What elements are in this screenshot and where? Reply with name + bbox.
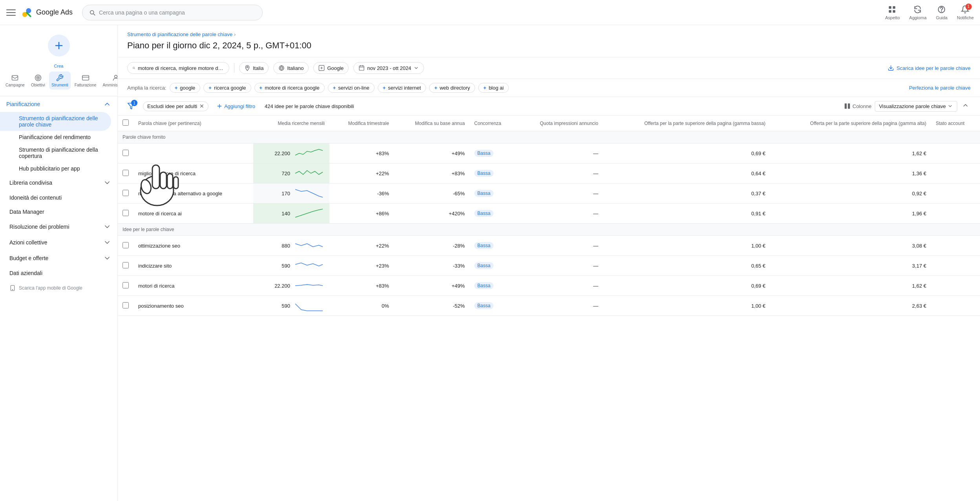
table-row: migliore motore di ricerca 720 +22% +83% [118,163,980,184]
row-checkbox[interactable] [122,262,129,268]
sidebar-pianificazione-header[interactable]: Pianificazione [0,96,117,112]
logo: Google Ads [20,6,73,19]
sidebar-dati-aziendali[interactable]: Dati aziendali [0,266,117,280]
campaign-icon [11,74,19,82]
mod-trim-cell: -36% [329,184,394,204]
row-checkbox[interactable] [122,282,129,288]
volume-cell: 170 [253,184,329,204]
sidebar-idoneita-contenuti[interactable]: Idoneità dei contenuti [0,191,117,205]
view-select[interactable]: Visualizzazione parole chiave [875,101,957,112]
exclude-chip-label: Escludi idee per adulti [147,103,197,109]
language-text: Italiano [287,65,304,71]
offerta-alta-cell: 0,92 € [770,184,931,204]
location-filter[interactable]: Italia [239,62,269,74]
quota-cell: — [516,184,603,204]
row-checkbox[interactable] [122,302,129,308]
suggestion-chip-web-directory[interactable]: + web directory [429,83,475,93]
sidebar-budget-offerte[interactable]: Budget e offerte [0,250,117,266]
concorrenza-cell: Bassa [470,276,516,296]
row-checkbox[interactable] [122,170,129,176]
sidebar-data-manager[interactable]: Data Manager [0,205,117,219]
keyword-cell: migliore motore di ricerca [133,163,253,184]
sidebar-item-pianificazione-rendimento[interactable]: Pianificazione del rendimento [0,131,117,143]
target-icon [34,74,42,82]
concorrenza-cell: Bassa [470,204,516,224]
refine-link[interactable]: Perfeziona le parole chiave [909,85,971,91]
language-filter[interactable]: Italiano [273,62,309,74]
trend-chart [293,280,325,292]
mod-trim-cell: +83% [329,143,394,163]
col-offerta-bassa: Offerta per la parte superiore della pag… [603,116,770,131]
suggestion-chip-google[interactable]: + google [170,83,201,93]
filter-icon-button[interactable]: 1 [127,102,135,110]
row-checkbox[interactable] [122,210,129,216]
offerta-alta-cell: 1,62 € [770,143,931,163]
nav-amministratore-label: Amministratore [102,83,118,87]
nav-campagne[interactable]: Campagne [3,72,27,90]
notifiche-button[interactable]: 1 Notifiche [957,5,974,20]
suggestion-chip-servizi-on-line[interactable]: + servizi on-line [328,83,375,93]
stato-cell [931,256,980,276]
nav-amministratore[interactable]: Amministratore [100,72,118,90]
table-row: indicizzare sito 590 +23% -33% Bassa [118,256,980,276]
suggestion-chip-blog-ai[interactable]: + blog ai [478,83,509,93]
sidebar-item-strumento-copertura[interactable]: Strumento di pianificazione della copert… [0,143,117,162]
row-checkbox[interactable] [122,150,129,156]
offerta-alta-cell: 2,63 € [770,296,931,316]
aggiorna-label: Aggiorna [909,15,927,20]
sidebar-azioni-collettive[interactable]: Azioni collettive [0,235,117,250]
collapse-button[interactable] [960,100,971,112]
suggestion-chip-servizi-internet[interactable]: + servizi internet [378,83,426,93]
main-content: Strumento di pianificazione delle parole… [118,25,980,501]
sidebar-risoluzione-problemi[interactable]: Risoluzione dei problemi [0,219,117,235]
logo-text: Google Ads [36,8,73,17]
section-header-label: Parole chiave fornito [118,131,980,143]
trend-chart [293,207,325,219]
row-checkbox[interactable] [122,242,129,248]
aggiorna-button[interactable]: Aggiorna [909,5,927,20]
nav-fatturazione[interactable]: Fatturazione [72,72,99,90]
crea-button[interactable] [48,35,70,57]
bell-icon: 1 [961,5,970,15]
columns-button[interactable]: Colonne [844,103,871,110]
page-title: Piano per il giorno dic 2, 2024, 5 p., G… [118,37,980,57]
sidebar-item-hub-pubblicitario[interactable]: Hub pubblicitario per app [0,162,117,175]
sidebar-item-label: Libreria condivisa [9,180,52,186]
columns-icon [844,103,851,110]
suggestion-chip-motore-ricerca-google[interactable]: + motore di ricerca google [254,83,325,93]
nav-strumenti[interactable]: Strumenti [49,72,71,90]
svg-rect-4 [889,10,891,12]
sidebar-libreria-condivisa[interactable]: Libreria condivisa [0,175,117,191]
stato-cell [931,163,980,184]
suggestion-chip-web-directory-label: web directory [440,85,470,91]
concorrenza-cell: Bassa [470,143,516,163]
sidebar-item-strumento-parole-chiave[interactable]: Strumento di pianificazione delle parole… [0,112,111,131]
row-checkbox[interactable] [122,190,129,196]
add-filter-button[interactable]: Aggiungi filtro [213,101,258,111]
hamburger-menu[interactable] [6,8,16,17]
aspetto-button[interactable]: Aspetto [885,5,900,20]
mobile-icon [9,285,16,291]
guida-button[interactable]: Guida [936,5,947,20]
keywords-filter-chip[interactable]: motore di ricerca, migliore motore di ri… [127,62,229,74]
suggestion-chip-ricerca-google[interactable]: + ricerca google [203,83,251,93]
date-range-filter[interactable]: nov 2023 - ott 2024 [353,62,424,74]
mod-trim-cell: 0% [329,296,394,316]
chevron-down-icon [103,179,111,187]
quota-cell: — [516,296,603,316]
select-all-checkbox[interactable] [122,119,129,126]
breadcrumb-link[interactable]: Strumento di pianificazione delle parole… [127,31,232,37]
suggestion-chip-servizi-internet-label: servizi internet [388,85,421,91]
exclude-chip-close[interactable]: ✕ [199,103,204,109]
offerta-bassa-cell: 1,00 € [603,296,770,316]
volume-cell: 140 [253,204,329,224]
nav-obiettivi[interactable]: Obiettivi [29,72,48,90]
table-row: 22.200 +83% +49% Bassa — 0,69 € 1,62 € [118,143,980,163]
search-bar[interactable] [82,5,263,20]
sidebar-item-label: Data Manager [9,209,44,215]
offerta-bassa-cell: 0,69 € [603,143,770,163]
search-input[interactable] [99,9,256,16]
network-filter[interactable]: Google [313,62,349,74]
download-button[interactable]: Scarica idee per le parole chiave [888,65,971,71]
sidebar-item-label: Strumento di pianificazione delle parole… [19,115,98,128]
